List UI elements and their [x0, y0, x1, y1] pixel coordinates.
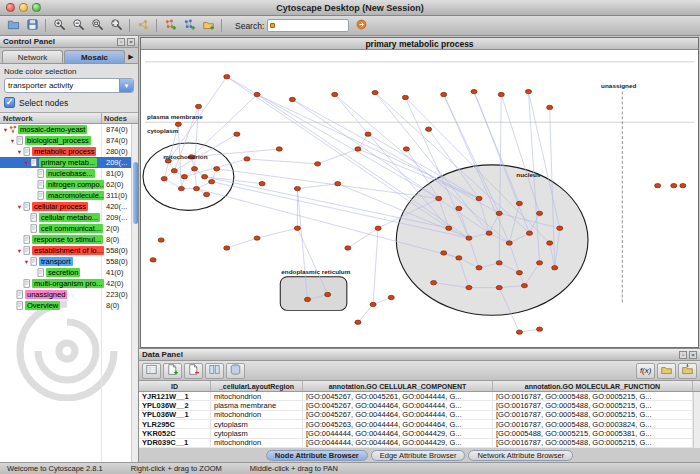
table-row[interactable]: YPL036W__2plasma membrane[GO:0045267, GO… [139, 401, 693, 410]
network-node[interactable] [234, 132, 240, 136]
tree-item[interactable]: cell communicat...2(0) [0, 223, 138, 234]
delete-attribute-button[interactable] [184, 363, 203, 379]
tab-edge-attribute-browser[interactable]: Edge Attribute Browser [371, 450, 466, 461]
table-row[interactable]: YPL036W__1mitochondrion[GO:0045267, GO:0… [139, 411, 693, 420]
network-node[interactable] [557, 226, 563, 230]
network-node[interactable] [516, 330, 522, 334]
network-node[interactable] [441, 251, 447, 255]
network-node[interactable] [498, 92, 504, 96]
tab-network[interactable]: Network [2, 50, 63, 63]
network-node[interactable] [388, 295, 394, 299]
network-node[interactable] [496, 261, 502, 265]
network-node[interactable] [441, 92, 447, 96]
network-node[interactable] [325, 292, 331, 296]
network-node[interactable] [259, 181, 265, 185]
expand-arrow-icon[interactable]: ▼ [16, 149, 23, 155]
tab-mosaic[interactable]: Mosaic [64, 50, 125, 63]
zoom-fit-button[interactable] [107, 17, 125, 34]
expand-arrow-icon[interactable]: ▼ [16, 204, 23, 210]
network-node[interactable] [516, 201, 522, 205]
network-node[interactable] [365, 132, 371, 136]
search-input[interactable] [267, 19, 349, 32]
network-node[interactable] [496, 285, 502, 289]
network-node[interactable] [525, 89, 531, 93]
import-table-button[interactable] [226, 363, 245, 379]
tree-item[interactable]: response to stimul...8(0) [0, 234, 138, 245]
table-column-header[interactable]: annotation.GO MOLECULAR_FUNCTION [493, 381, 693, 391]
tree-item[interactable]: unassigned223(0) [0, 289, 138, 300]
float-panel-button[interactable]: ▫ [117, 38, 125, 46]
network-node[interactable] [370, 302, 376, 306]
network-node[interactable] [552, 266, 558, 270]
table-column-header[interactable]: _cellularLayoutRegion [211, 381, 303, 391]
tree-item[interactable]: secretion41(0) [0, 267, 138, 278]
network-node[interactable] [289, 97, 295, 101]
network-node[interactable] [276, 147, 282, 151]
network-node[interactable] [537, 261, 543, 265]
network-node[interactable] [506, 241, 512, 245]
network-node[interactable] [335, 181, 341, 185]
network-node[interactable] [355, 320, 361, 324]
tree-column-network[interactable]: Network [0, 113, 102, 123]
network-node[interactable] [332, 92, 338, 96]
network-node[interactable] [204, 192, 210, 196]
network-node[interactable] [466, 285, 472, 289]
network-node[interactable] [521, 283, 527, 287]
formula-builder-button[interactable]: f(x) [636, 363, 655, 379]
zoom-in-button[interactable] [50, 17, 68, 34]
expand-arrow-icon[interactable]: ▼ [9, 138, 16, 144]
tree-item[interactable]: ▼metabolic process280(0) [0, 146, 138, 157]
network-node[interactable] [680, 183, 686, 187]
network-node[interactable] [294, 186, 300, 190]
network-node[interactable] [446, 226, 452, 230]
network-node[interactable] [372, 90, 378, 94]
expand-arrow-icon[interactable]: ▼ [16, 248, 23, 254]
network-node[interactable] [178, 186, 184, 190]
network-node[interactable] [431, 280, 437, 284]
network-node[interactable] [202, 175, 208, 179]
network-node[interactable] [254, 92, 260, 96]
network-node[interactable] [486, 231, 492, 235]
zoom-window-button[interactable] [32, 3, 41, 12]
table-row[interactable]: YLR295Ccytoplasm[GO:0045263, GO:0044444,… [139, 420, 693, 429]
table-scrollbar[interactable] [693, 392, 700, 448]
network-node[interactable] [254, 236, 260, 240]
network-node[interactable] [456, 206, 462, 210]
network-node[interactable] [214, 167, 220, 171]
tree-item[interactable]: ▼cellular process420(... [0, 201, 138, 212]
network-node[interactable] [175, 122, 181, 126]
tree-item[interactable]: Overview8(0) [0, 300, 138, 311]
minimize-window-button[interactable] [19, 3, 28, 12]
import-attributes-button[interactable] [657, 363, 676, 379]
attribute-columns-button[interactable] [205, 363, 224, 379]
network-node[interactable] [375, 226, 381, 230]
network-node[interactable] [466, 236, 472, 240]
network-node[interactable] [436, 196, 442, 200]
network-node[interactable] [304, 297, 310, 301]
network-node[interactable] [315, 162, 321, 166]
tree-item[interactable]: cellular metabo...209(... [0, 212, 138, 223]
import-network-button[interactable] [199, 17, 217, 34]
first-neighbors-button[interactable] [134, 17, 152, 34]
tree-item[interactable]: ▼mosaic-demo-yeast874(0) [0, 124, 138, 135]
network-node[interactable] [471, 89, 477, 93]
node-color-dropdown[interactable]: transporter activity ▼ [4, 78, 134, 93]
create-attribute-button[interactable] [163, 363, 182, 379]
network-node[interactable] [161, 177, 167, 181]
tree-item[interactable]: macromolecule...311(0) [0, 190, 138, 201]
new-network-selected-button[interactable] [161, 17, 179, 34]
table-column-header[interactable]: annotation.GO CELLULAR_COMPONENT [303, 381, 493, 391]
new-network-all-edges-button[interactable] [180, 17, 198, 34]
network-node[interactable] [426, 127, 432, 131]
network-node[interactable] [345, 246, 351, 250]
select-nodes-checkbox[interactable]: ✓ [4, 97, 15, 108]
network-node[interactable] [224, 75, 230, 79]
table-column-header[interactable]: ID [139, 381, 211, 391]
save-session-button[interactable] [23, 17, 41, 34]
attribute-select-button[interactable] [142, 363, 161, 379]
close-window-button[interactable] [6, 3, 15, 12]
network-svg[interactable]: plasma membranecytoplasmmitochondrionnuc… [141, 50, 698, 347]
zoom-selected-button[interactable] [88, 17, 106, 34]
tree-item[interactable]: ▼primary metab...209(... [0, 157, 138, 168]
network-node[interactable] [456, 256, 462, 260]
